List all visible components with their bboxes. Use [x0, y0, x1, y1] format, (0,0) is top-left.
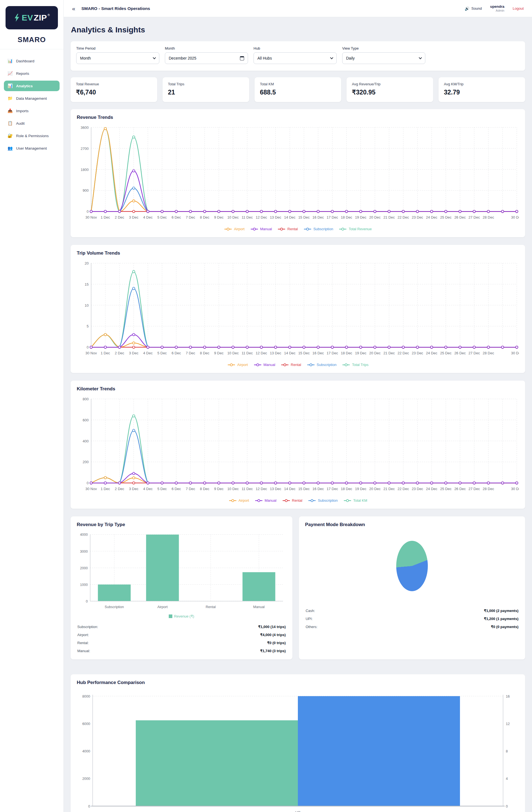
svg-text:19 Dec: 19 Dec — [355, 215, 366, 219]
svg-text:11 Dec: 11 Dec — [242, 351, 253, 355]
legend-item[interactable]: Total Revenue — [339, 227, 372, 231]
svg-text:8 Dec: 8 Dec — [200, 351, 210, 355]
logo-text-ev: EV — [21, 13, 33, 23]
sidebar-item-dashboard[interactable]: 📊 Dashboard — [4, 56, 60, 66]
svg-text:1 Dec: 1 Dec — [101, 487, 110, 491]
svg-text:8000: 8000 — [82, 694, 90, 698]
hub-performance-chart: 020004000600080000481216HQ — [77, 689, 519, 812]
sidebar-item-label: Analytics — [16, 84, 33, 88]
legend-item[interactable]: Rental — [277, 227, 298, 231]
logout-link[interactable]: Logout — [513, 6, 524, 11]
sidebar-item-imports[interactable]: 📥 Imports — [4, 105, 60, 116]
detail-row: Rental: ₹0 (0 trips) — [77, 639, 286, 647]
svg-text:2 Dec: 2 Dec — [115, 487, 124, 491]
svg-text:2000: 2000 — [82, 777, 90, 781]
bar-revenue — [136, 720, 298, 806]
legend-label: Airport — [239, 498, 249, 503]
svg-text:27 Dec: 27 Dec — [469, 215, 480, 219]
lightning-icon — [14, 14, 20, 22]
legend-item[interactable]: Total Trips — [342, 363, 368, 367]
detail-label: Cash: — [306, 609, 315, 613]
time-period-select[interactable]: Month — [76, 52, 159, 64]
month-input[interactable]: December 2025 — [165, 52, 248, 64]
svg-text:3600: 3600 — [81, 126, 89, 130]
sound-label: Sound — [471, 6, 482, 11]
legend-label: Rental — [291, 363, 301, 367]
legend-item[interactable]: Rental — [282, 498, 303, 503]
svg-text:8: 8 — [506, 749, 508, 753]
legend-marker — [307, 363, 315, 366]
stat-value: ₹6,740 — [76, 89, 152, 96]
svg-text:0: 0 — [87, 209, 89, 214]
revenue-trends-legend: Airport Manual Rental Subscription Total… — [77, 225, 519, 233]
sidebar-item-audit[interactable]: 📋 Audit — [4, 118, 60, 129]
svg-text:3 Dec: 3 Dec — [129, 487, 139, 491]
svg-text:800: 800 — [83, 397, 89, 401]
payment-pie-chart — [396, 541, 428, 591]
svg-text:9 Dec: 9 Dec — [214, 351, 224, 355]
svg-text:6 Dec: 6 Dec — [172, 487, 181, 491]
legend-item[interactable]: Airport — [227, 363, 248, 367]
sidebar: EVZIP® SMARO 📊 Dashboard 📈 Reports 📊 Ana… — [0, 0, 64, 812]
svg-text:1800: 1800 — [81, 168, 89, 172]
svg-text:Subscription: Subscription — [105, 605, 124, 609]
svg-text:30 Nov: 30 Nov — [85, 351, 97, 355]
svg-text:4: 4 — [506, 777, 508, 781]
legend-item[interactable]: Manual — [254, 363, 275, 367]
legend-item[interactable]: Subscription — [303, 227, 333, 231]
legend-item[interactable]: Manual — [250, 227, 272, 231]
svg-text:0: 0 — [506, 804, 508, 808]
svg-text:16 Dec: 16 Dec — [313, 487, 324, 491]
legend-marker — [303, 228, 312, 231]
sidebar-item-data-management[interactable]: 📁 Data Management — [4, 93, 60, 104]
svg-text:10 Dec: 10 Dec — [227, 215, 239, 219]
svg-text:15 Dec: 15 Dec — [298, 215, 310, 219]
svg-text:1000: 1000 — [80, 583, 88, 587]
svg-text:20 Dec: 20 Dec — [369, 215, 381, 219]
svg-text:600: 600 — [83, 418, 89, 422]
sidebar-item-reports[interactable]: 📈 Reports — [4, 68, 60, 79]
svg-text:24 Dec: 24 Dec — [426, 487, 437, 491]
filter-label: Month — [165, 46, 248, 50]
svg-text:4 Dec: 4 Dec — [143, 487, 153, 491]
stat-card-total-trips: Total Trips 21 — [162, 77, 249, 102]
page-title: Analytics & Insights — [71, 26, 525, 34]
app-title: SMARO - Smart Rides Operations — [82, 6, 150, 11]
svg-text:28 Dec: 28 Dec — [483, 487, 494, 491]
legend-item[interactable]: Manual — [255, 498, 276, 503]
svg-text:3000: 3000 — [80, 550, 88, 553]
clipboard-icon: 📋 — [8, 121, 13, 126]
legend-item[interactable]: Total KM — [343, 498, 368, 503]
legend-item[interactable]: Rental — [281, 363, 301, 367]
series-total-trips — [90, 271, 518, 348]
legend-item[interactable]: Airport — [229, 498, 249, 503]
legend-item[interactable]: Subscription — [308, 498, 338, 503]
sidebar-item-label: Imports — [16, 109, 29, 113]
sidebar-collapse-button[interactable]: « — [72, 5, 75, 11]
svg-text:Rental: Rental — [205, 605, 216, 609]
legend-label: Airport — [234, 227, 244, 231]
bar-trips — [298, 696, 460, 806]
stat-value: 32.79 — [444, 89, 520, 96]
chart-title: Revenue by Trip Type — [77, 522, 286, 527]
legend-item[interactable]: Airport — [224, 227, 244, 231]
filter-hub: Hub All Hubs — [254, 46, 337, 64]
payment-breakdown-card: Payment Mode Breakdown Cash: ₹1,000 (2 p… — [299, 516, 526, 659]
svg-text:14 Dec: 14 Dec — [284, 351, 296, 355]
svg-text:0: 0 — [86, 599, 88, 604]
sound-toggle[interactable]: 🔊 Sound — [465, 6, 482, 11]
topbar-right: 🔊 Sound upendra Admin Logout — [465, 4, 524, 13]
chart-title: Kilometer Trends — [77, 386, 519, 392]
trip-volume-card: Trip Volume Trends 0510152030 Nov1 Dec2 … — [70, 245, 526, 373]
hub-select[interactable]: All Hubs — [254, 52, 337, 64]
filter-value: Month — [80, 56, 91, 60]
legend-item[interactable]: Revenue (₹) — [169, 614, 194, 618]
sidebar-item-role-permissions[interactable]: 🔐 Role & Permissions — [4, 130, 60, 141]
sidebar-item-user-management[interactable]: 👥 User Management — [4, 143, 60, 154]
legend-marker — [339, 228, 347, 231]
view-type-select[interactable]: Daily — [342, 52, 425, 64]
pie-wrap — [305, 531, 519, 604]
sidebar-item-analytics[interactable]: 📊 Analytics — [4, 81, 60, 91]
legend-item[interactable]: Subscription — [307, 363, 337, 367]
svg-text:7 Dec: 7 Dec — [186, 215, 195, 219]
